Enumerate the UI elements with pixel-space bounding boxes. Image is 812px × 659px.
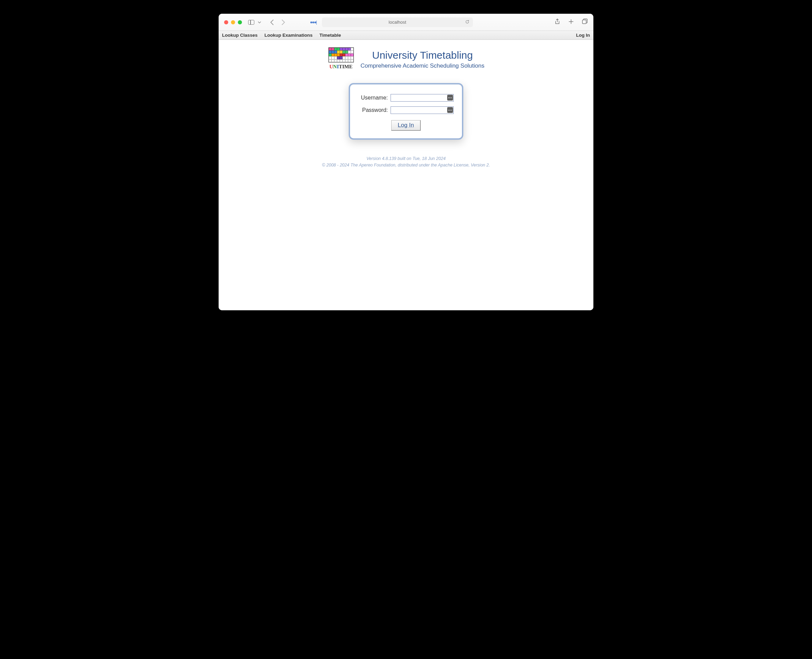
app-nav-bar: Lookup Classes Lookup Examinations Timet… xyxy=(219,31,593,40)
page-footer: Version 4.8.139 built on Tue, 18 Jun 202… xyxy=(322,156,490,169)
login-form: Username: ••• Password: ••• Log In xyxy=(349,83,463,140)
username-label: Username: xyxy=(358,95,388,101)
minimize-window-button[interactable] xyxy=(231,20,235,24)
share-icon[interactable] xyxy=(554,19,560,26)
password-label: Password: xyxy=(358,107,388,113)
username-input[interactable] xyxy=(391,94,454,102)
page-content: UNITIME University Timetabling Comprehen… xyxy=(219,40,593,310)
forward-button[interactable] xyxy=(279,18,287,27)
traffic-lights xyxy=(224,20,242,24)
url-bar[interactable]: localhost xyxy=(322,17,473,27)
tab-group-dropdown-icon[interactable] xyxy=(258,21,261,23)
copyright-text: © 2008 - 2024 The Apereo Foundation, dis… xyxy=(322,162,490,169)
sidebar-toggle-icon[interactable] xyxy=(248,20,254,25)
back-button[interactable] xyxy=(268,18,276,27)
tab-overview-icon[interactable] xyxy=(582,19,588,26)
nav-lookup-examinations[interactable]: Lookup Examinations xyxy=(265,33,313,38)
logo-grid-icon xyxy=(328,47,354,63)
nav-timetable[interactable]: Timetable xyxy=(320,33,341,38)
autofill-icon[interactable]: ••• xyxy=(447,95,453,101)
page-subtitle: Comprehensive Academic Scheduling Soluti… xyxy=(361,63,485,69)
maximize-window-button[interactable] xyxy=(238,20,242,24)
logo-text: UNITIME xyxy=(330,64,353,70)
browser-window: ●●●| localhost Lookup Classes Lookup Exa… xyxy=(219,14,593,310)
page-title: University Timetabling xyxy=(361,49,485,61)
password-input[interactable] xyxy=(391,106,454,114)
close-window-button[interactable] xyxy=(224,20,228,24)
page-header: UNITIME University Timetabling Comprehen… xyxy=(328,47,485,71)
unitime-logo: UNITIME xyxy=(328,47,355,71)
reload-icon[interactable] xyxy=(465,20,470,25)
url-text: localhost xyxy=(388,20,406,25)
version-text: Version 4.8.139 built on Tue, 18 Jun 202… xyxy=(322,156,490,162)
new-tab-icon[interactable] xyxy=(568,19,574,26)
login-button[interactable]: Log In xyxy=(391,120,421,131)
nav-log-in[interactable]: Log In xyxy=(576,33,590,38)
autofill-icon[interactable]: ••• xyxy=(447,107,453,113)
website-settings-icon[interactable]: ●●●| xyxy=(310,20,317,25)
browser-toolbar: ●●●| localhost xyxy=(219,14,593,31)
nav-lookup-classes[interactable]: Lookup Classes xyxy=(222,33,258,38)
svg-rect-0 xyxy=(582,20,586,24)
